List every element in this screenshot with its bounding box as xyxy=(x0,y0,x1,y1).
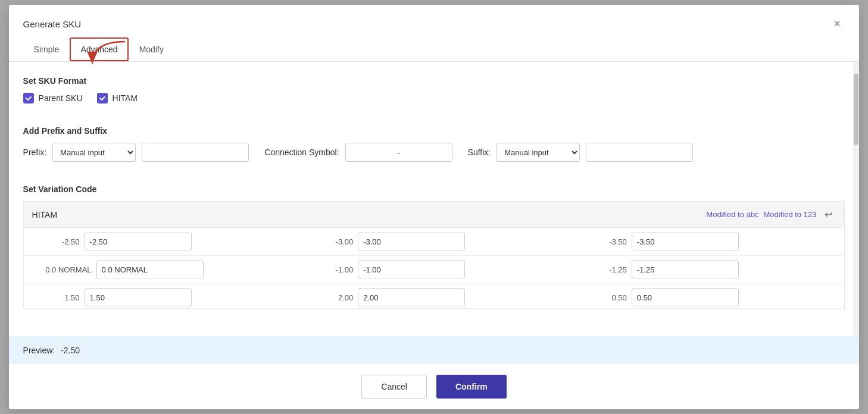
modal-footer: Cancel Confirm xyxy=(9,363,860,409)
prefix-suffix-title: Add Prefix and Suffix xyxy=(23,126,845,136)
hitam-label: HITAM xyxy=(113,93,138,103)
cell-label: -3.00 xyxy=(305,237,353,246)
confirm-button[interactable]: Confirm xyxy=(436,375,507,399)
variation-cell: -3.00 xyxy=(297,228,571,255)
parent-sku-checkbox-box xyxy=(23,93,34,104)
cell-input[interactable] xyxy=(358,288,465,306)
sku-format-title: Set SKU Format xyxy=(23,76,845,86)
prefix-select[interactable]: Manual input Option 2 Option 3 xyxy=(52,143,136,162)
cell-label: -2.50 xyxy=(32,237,80,246)
cell-input[interactable] xyxy=(358,261,465,278)
table-row: 1.50 2.00 0.50 xyxy=(24,284,845,309)
table-row: -2.50 -3.00 -3.50 xyxy=(24,228,845,256)
tab-advanced[interactable]: Advanced xyxy=(70,37,128,61)
suffix-select[interactable]: Manual input Option 2 Option 3 xyxy=(497,143,580,162)
modal-title: Generate SKU xyxy=(23,19,82,29)
cell-input[interactable] xyxy=(632,288,739,306)
variation-table-header: HITAM Modified to abc Modified to 123 ↩ xyxy=(23,201,845,228)
parent-sku-label: Parent SKU xyxy=(39,93,83,103)
variation-rows: -2.50 -3.00 -3.50 xyxy=(23,228,845,309)
cell-label: 1.50 xyxy=(32,293,80,302)
preview-label: Preview: xyxy=(23,346,55,355)
suffix-text-input[interactable] xyxy=(586,143,693,162)
undo-button[interactable]: ↩ xyxy=(821,208,836,221)
variation-group-label: HITAM xyxy=(32,210,707,219)
sku-format-section: Set SKU Format Parent SKU HITAM xyxy=(23,74,845,115)
variation-cell: -2.50 xyxy=(24,228,298,255)
variation-cell: -1.25 xyxy=(571,256,845,283)
connection-symbol-input[interactable] xyxy=(345,143,452,162)
cell-label: 0.50 xyxy=(579,293,627,302)
cell-input[interactable] xyxy=(632,233,739,250)
parent-sku-checkbox[interactable]: Parent SKU xyxy=(23,93,83,104)
modal-header: Generate SKU × xyxy=(9,5,860,33)
cell-input[interactable] xyxy=(85,288,192,306)
generate-sku-modal: Generate SKU × Simple Advanced Modify xyxy=(9,5,860,409)
scrollbar-track[interactable] xyxy=(853,62,859,337)
close-button[interactable]: × xyxy=(829,15,845,33)
cancel-button[interactable]: Cancel xyxy=(361,375,427,399)
modal-body: Set SKU Format Parent SKU HITAM xyxy=(9,62,860,337)
suffix-label: Suffix: xyxy=(468,148,491,157)
cell-input[interactable] xyxy=(96,261,204,278)
variation-code-section: Set Variation Code HITAM Modified to abc… xyxy=(23,182,845,309)
hitam-checkbox-box xyxy=(97,93,108,104)
scrollbar-thumb[interactable] xyxy=(854,74,858,145)
tab-modify[interactable]: Modify xyxy=(129,37,174,61)
cell-input[interactable] xyxy=(632,261,739,278)
modified-labels: Modified to abc Modified to 123 ↩ xyxy=(706,208,836,221)
cell-label: -1.00 xyxy=(305,265,353,274)
prefix-label: Prefix: xyxy=(23,148,47,157)
variation-cell: 1.50 xyxy=(24,284,298,309)
table-row: 0.0 NORMAL -1.00 -1.25 xyxy=(24,256,845,284)
connection-symbol-label: Connection Symbol: xyxy=(264,148,339,157)
cell-label: -3.50 xyxy=(579,237,627,246)
prefix-text-input[interactable] xyxy=(142,143,249,162)
modified-abc-label: Modified to abc xyxy=(706,210,758,219)
variation-cell: -1.00 xyxy=(297,256,571,283)
preview-bar: Preview: -2.50 xyxy=(9,337,860,363)
tabs-bar: Simple Advanced Modify xyxy=(9,37,860,62)
tab-simple[interactable]: Simple xyxy=(23,37,70,61)
variation-cell: -3.50 xyxy=(571,228,845,255)
cell-input[interactable] xyxy=(85,233,192,250)
cell-input[interactable] xyxy=(358,233,465,250)
variation-cell: 2.00 xyxy=(297,284,571,309)
prefix-row: Prefix: Manual input Option 2 Option 3 C… xyxy=(23,143,845,162)
prefix-suffix-section: Add Prefix and Suffix Prefix: Manual inp… xyxy=(23,124,845,174)
cell-label: 0.0 NORMAL xyxy=(32,265,92,274)
variation-code-title: Set Variation Code xyxy=(23,184,845,194)
modified-123-label: Modified to 123 xyxy=(764,210,817,219)
preview-value: -2.50 xyxy=(61,346,80,355)
variation-cell: 0.50 xyxy=(571,284,845,309)
modal-overlay: Generate SKU × Simple Advanced Modify xyxy=(0,0,868,414)
variation-cell: 0.0 NORMAL xyxy=(24,256,298,283)
cell-label: -1.25 xyxy=(579,265,627,274)
hitam-checkbox[interactable]: HITAM xyxy=(97,93,138,104)
sku-format-checkboxes: Parent SKU HITAM xyxy=(23,93,845,104)
cell-label: 2.00 xyxy=(305,293,353,302)
